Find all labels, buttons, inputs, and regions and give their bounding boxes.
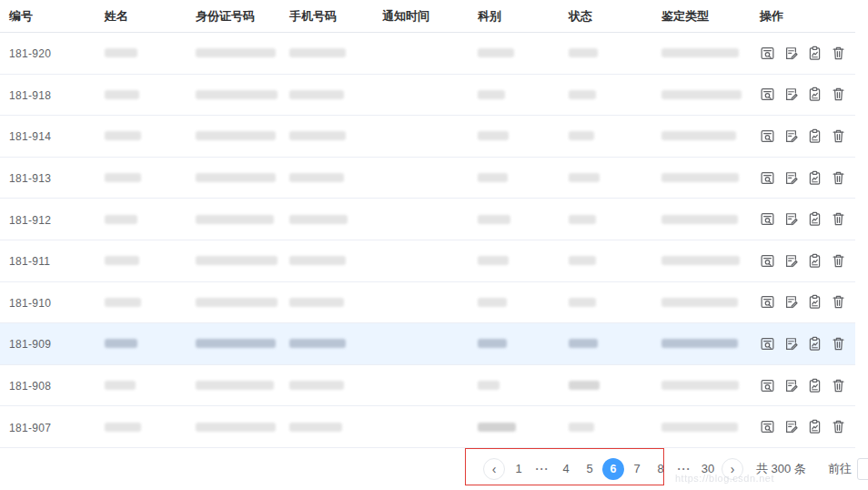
redacted-department — [478, 90, 505, 99]
table-row[interactable]: 181-913 — [0, 158, 855, 199]
view-button[interactable] — [760, 211, 775, 227]
trash-icon — [831, 294, 846, 310]
pager-ellipsis[interactable]: ··· — [530, 458, 554, 480]
report-button[interactable] — [807, 87, 823, 102]
edit-button[interactable] — [783, 294, 799, 310]
edit-button[interactable] — [783, 128, 799, 144]
document-edit-icon — [783, 336, 799, 352]
delete-button[interactable] — [831, 378, 846, 393]
pager-page-5[interactable]: 5 — [578, 458, 601, 480]
edit-button[interactable] — [783, 87, 799, 102]
report-button[interactable] — [807, 419, 823, 434]
document-search-icon — [760, 128, 775, 144]
redacted-name — [105, 298, 141, 307]
pager-page-4[interactable]: 4 — [554, 458, 578, 480]
pager-page-8[interactable]: 8 — [649, 458, 672, 480]
edit-button[interactable] — [783, 336, 799, 352]
report-button[interactable] — [807, 336, 823, 352]
redacted-phone — [289, 173, 344, 182]
edit-button[interactable] — [783, 378, 799, 393]
redacted-status — [569, 131, 594, 140]
report-button[interactable] — [807, 211, 823, 227]
column-header-department: 科别 — [469, 8, 560, 25]
view-button[interactable] — [760, 170, 775, 186]
table-row[interactable]: 181-908 — [0, 365, 855, 407]
document-search-icon — [760, 253, 775, 269]
document-edit-icon — [783, 294, 799, 310]
column-header-number: 编号 — [0, 8, 96, 25]
clipboard-icon — [807, 211, 823, 227]
redacted-name — [105, 173, 141, 182]
redacted-appraisal-type — [661, 256, 740, 265]
pager-ellipsis[interactable]: ··· — [672, 458, 696, 480]
table-row[interactable]: 181-914 — [0, 116, 855, 158]
row-id: 181-920 — [9, 47, 51, 60]
report-button[interactable] — [807, 128, 823, 144]
column-header-idcard: 身份证号码 — [187, 8, 280, 25]
redacted-status — [569, 256, 596, 265]
delete-button[interactable] — [831, 294, 846, 310]
row-id: 181-913 — [9, 172, 51, 185]
table-body: 181-920 — [0, 33, 855, 448]
view-button[interactable] — [760, 294, 775, 310]
edit-button[interactable] — [783, 253, 799, 269]
next-page-button[interactable]: › — [722, 458, 743, 480]
pager-page-7[interactable]: 7 — [625, 458, 649, 480]
delete-button[interactable] — [831, 87, 846, 102]
redacted-status — [569, 381, 600, 390]
clipboard-icon — [807, 294, 823, 310]
view-button[interactable] — [760, 419, 775, 434]
pager-page-30[interactable]: 30 — [696, 458, 720, 480]
page-jump-input[interactable] — [857, 458, 868, 480]
edit-button[interactable] — [783, 170, 799, 186]
delete-button[interactable] — [831, 128, 846, 144]
delete-button[interactable] — [831, 419, 846, 434]
document-edit-icon — [783, 211, 799, 227]
row-id: 181-907 — [9, 422, 51, 434]
document-search-icon — [760, 419, 775, 434]
redacted-department — [478, 298, 507, 307]
redacted-name — [105, 423, 141, 432]
report-button[interactable] — [807, 170, 823, 186]
view-button[interactable] — [760, 46, 775, 61]
redacted-appraisal-type — [661, 298, 738, 307]
trash-icon — [831, 170, 846, 186]
table-row[interactable]: 181-909 — [0, 323, 855, 365]
table-row[interactable]: 181-911 — [0, 240, 855, 282]
edit-button[interactable] — [783, 419, 799, 434]
document-search-icon — [760, 170, 775, 186]
redacted-idcard — [196, 173, 276, 182]
report-button[interactable] — [807, 46, 823, 61]
view-button[interactable] — [760, 87, 775, 102]
report-button[interactable] — [807, 253, 823, 269]
pager-page-1[interactable]: 1 — [507, 458, 530, 480]
document-search-icon — [760, 211, 775, 227]
redacted-status — [569, 298, 596, 307]
pager-page-6[interactable]: 6 — [602, 458, 624, 480]
delete-button[interactable] — [831, 336, 846, 352]
delete-button[interactable] — [831, 170, 846, 186]
redacted-name — [105, 339, 137, 348]
table-row[interactable]: 181-918 — [0, 75, 855, 117]
clipboard-icon — [807, 336, 823, 352]
redacted-name — [105, 256, 139, 265]
edit-button[interactable] — [783, 211, 799, 227]
table-row[interactable]: 181-912 — [0, 199, 855, 240]
edit-button[interactable] — [783, 46, 799, 61]
prev-page-button[interactable]: ‹ — [483, 458, 505, 480]
table-row[interactable]: 181-920 — [0, 33, 855, 75]
view-button[interactable] — [760, 128, 775, 144]
redacted-phone — [289, 131, 346, 140]
table-row[interactable]: 181-907 — [0, 406, 855, 448]
delete-button[interactable] — [831, 211, 846, 227]
redacted-department — [478, 381, 500, 390]
view-button[interactable] — [760, 336, 775, 352]
trash-icon — [831, 378, 846, 393]
view-button[interactable] — [760, 378, 775, 393]
view-button[interactable] — [760, 253, 775, 269]
table-row[interactable]: 181-910 — [0, 282, 855, 324]
report-button[interactable] — [807, 378, 823, 393]
delete-button[interactable] — [831, 46, 846, 61]
delete-button[interactable] — [831, 253, 846, 269]
report-button[interactable] — [807, 294, 823, 310]
